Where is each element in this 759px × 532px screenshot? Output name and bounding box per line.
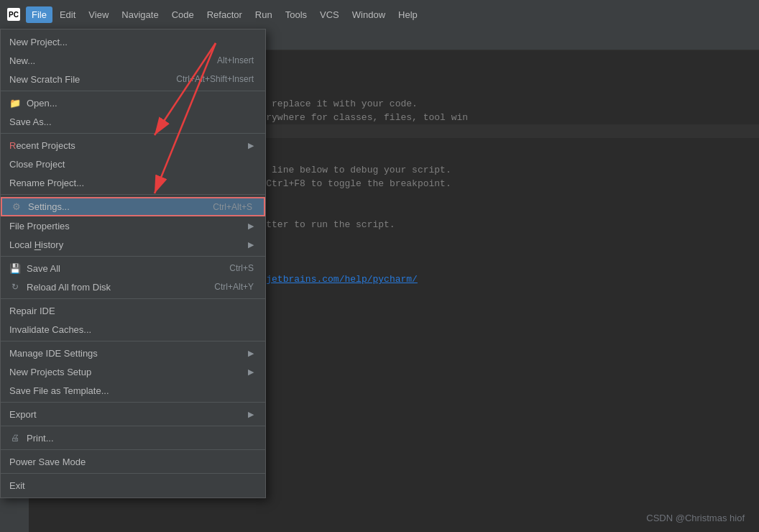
manage-ide-settings-label: Manage IDE Settings	[9, 348, 98, 359]
separator-6	[1, 341, 265, 341]
menu-print[interactable]: 🖨 Print...	[1, 428, 265, 447]
logo-icon: PC	[7, 8, 20, 21]
menu-file-properties[interactable]: File Properties ▶	[1, 216, 265, 235]
new-scratch-label: New Scratch File	[9, 74, 80, 85]
exit-label: Exit	[9, 480, 25, 491]
menu-save-file-template[interactable]: Save File as Template...	[1, 381, 265, 400]
menu-recent-projects[interactable]: Recent Projects ▶	[1, 136, 265, 155]
menu-run[interactable]: Run	[249, 6, 278, 23]
save-as-label: Save As...	[9, 116, 52, 127]
manage-ide-arrow: ▶	[248, 349, 254, 358]
menu-open[interactable]: 📁 Open...	[1, 93, 265, 112]
menu-new[interactable]: New... Alt+Insert	[1, 51, 265, 70]
file-properties-label: File Properties	[9, 221, 70, 231]
app-logo: PC	[6, 6, 22, 22]
export-label: Export	[9, 409, 37, 420]
menu-code[interactable]: Code	[166, 6, 200, 23]
separator-7	[1, 402, 265, 403]
watermark: CSDN @Christmas hiof	[646, 513, 745, 523]
menu-repair-ide[interactable]: Repair IDE	[1, 301, 265, 320]
title-bar: PC File Edit View Navigate Code Refactor…	[0, 0, 759, 29]
menu-settings[interactable]: ⚙ Settings... Ctrl+Alt+S	[1, 197, 265, 216]
menu-export[interactable]: Export ▶	[1, 405, 265, 423]
menu-tools[interactable]: Tools	[280, 6, 313, 23]
invalidate-caches-label: Invalidate Caches...	[9, 324, 91, 335]
print-label: Print...	[27, 433, 54, 444]
menu-rename-project[interactable]: Rename Project...	[1, 173, 265, 192]
file-properties-arrow: ▶	[248, 221, 254, 231]
separator-1	[1, 91, 265, 91]
menu-power-save[interactable]: Power Save Mode	[1, 452, 265, 471]
separator-4	[1, 256, 265, 257]
local-history-arrow: ▶	[248, 240, 254, 249]
settings-label: Settings...	[28, 201, 70, 212]
menu-exit[interactable]: Exit	[1, 476, 265, 495]
reload-all-label: Reload All from Disk	[27, 282, 111, 293]
menu-close-project[interactable]: Close Project	[1, 155, 265, 173]
power-save-label: Power Save Mode	[9, 457, 86, 467]
separator-2	[1, 133, 265, 134]
close-project-label: Close Project	[9, 159, 65, 170]
menu-window[interactable]: Window	[346, 6, 391, 23]
save-all-label: Save All	[27, 263, 60, 274]
new-projects-setup-arrow: ▶	[248, 367, 254, 377]
recent-projects-arrow: ▶	[248, 141, 254, 150]
separator-3	[1, 194, 265, 195]
export-arrow: ▶	[248, 410, 254, 419]
menu-view[interactable]: View	[83, 6, 114, 23]
new-scratch-shortcut: Ctrl+Alt+Shift+Insert	[176, 74, 254, 84]
menu-edit[interactable]: Edit	[54, 6, 81, 23]
open-folder-icon: 📁	[9, 98, 21, 109]
menu-reload-all[interactable]: ↻ Reload All from Disk Ctrl+Alt+Y	[1, 278, 265, 296]
new-projects-setup-label: New Projects Setup	[9, 367, 91, 377]
recent-highlight: R	[9, 140, 16, 151]
separator-8	[1, 426, 265, 426]
file-menu: New Project... New... Alt+Insert New Scr…	[0, 29, 266, 498]
menu-file[interactable]: File	[26, 6, 52, 23]
separator-5	[1, 298, 265, 299]
save-file-template-label: Save File as Template...	[9, 385, 109, 396]
print-icon: 🖨	[9, 433, 21, 443]
local-history-label: Local History	[9, 239, 63, 250]
reload-icon: ↻	[9, 282, 21, 292]
menu-bar: File Edit View Navigate Code Refactor Ru…	[26, 6, 423, 23]
new-label: New...	[9, 55, 35, 66]
separator-9	[1, 449, 265, 450]
menu-help[interactable]: Help	[392, 6, 423, 23]
menu-refactor[interactable]: Refactor	[201, 6, 248, 23]
new-project-label: New Project...	[9, 37, 68, 47]
reload-shortcut: Ctrl+Alt+Y	[214, 282, 254, 292]
menu-manage-ide-settings[interactable]: Manage IDE Settings ▶	[1, 344, 265, 362]
file-menu-dropdown: New Project... New... Alt+Insert New Scr…	[0, 29, 266, 498]
settings-gear-icon: ⚙	[11, 201, 22, 212]
save-all-icon: 💾	[9, 263, 21, 274]
menu-save-as[interactable]: Save As...	[1, 112, 265, 131]
menu-save-all[interactable]: 💾 Save All Ctrl+S	[1, 259, 265, 278]
new-shortcut: Alt+Insert	[217, 55, 254, 65]
menu-new-project[interactable]: New Project...	[1, 32, 265, 51]
menu-invalidate-caches[interactable]: Invalidate Caches...	[1, 320, 265, 339]
settings-shortcut: Ctrl+Alt+S	[213, 202, 252, 212]
menu-vcs[interactable]: VCS	[314, 6, 345, 23]
menu-new-scratch[interactable]: New Scratch File Ctrl+Alt+Shift+Insert	[1, 70, 265, 88]
separator-10	[1, 473, 265, 474]
open-label: Open...	[27, 98, 58, 109]
save-all-shortcut: Ctrl+S	[229, 263, 254, 273]
rename-project-label: Rename Project...	[9, 178, 84, 188]
menu-navigate[interactable]: Navigate	[116, 6, 164, 23]
menu-local-history[interactable]: Local History ▶	[1, 235, 265, 254]
recent-projects-label: Recent Projects	[9, 140, 75, 151]
repair-ide-label: Repair IDE	[9, 306, 55, 316]
menu-new-projects-setup[interactable]: New Projects Setup ▶	[1, 362, 265, 381]
